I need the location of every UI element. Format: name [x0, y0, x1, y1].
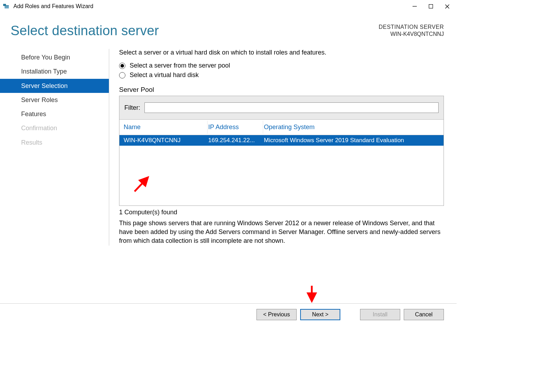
description-text: Select a server or a virtual hard disk o… — [119, 49, 444, 56]
radio-label: Select a server from the server pool — [130, 62, 230, 69]
minimize-button[interactable] — [407, 1, 423, 12]
cancel-button[interactable]: Cancel — [404, 309, 444, 320]
server-pool-label: Server Pool — [119, 86, 444, 94]
window-title: Add Roles and Features Wizard — [13, 3, 93, 10]
server-pool-panel: Filter: Name IP Address Operating System… — [119, 96, 444, 206]
server-row[interactable]: WIN-K4V8QNTCNNJ 169.254.241.22... Micros… — [119, 135, 444, 146]
column-ip[interactable]: IP Address — [208, 121, 263, 134]
page-header: Select destination server DESTINATION SE… — [0, 13, 457, 38]
step-server-selection[interactable]: Server Selection — [0, 79, 109, 93]
app-icon — [3, 3, 10, 10]
destination-block: DESTINATION SERVER WIN-K4V8QNTCNNJ — [379, 23, 444, 37]
content-pane: Select a server or a virtual hard disk o… — [119, 49, 444, 246]
previous-button[interactable]: < Previous — [256, 309, 297, 320]
step-server-roles[interactable]: Server Roles — [0, 93, 109, 107]
svg-rect-4 — [429, 5, 433, 8]
destination-label: DESTINATION SERVER — [379, 24, 444, 30]
server-table-header: Name IP Address Operating System — [119, 120, 444, 135]
cell-os: Microsoft Windows Server 2019 Standard E… — [263, 136, 444, 145]
step-before-you-begin[interactable]: Before You Begin — [0, 50, 109, 64]
column-os[interactable]: Operating System — [263, 121, 444, 134]
annotation-arrow-icon — [307, 284, 317, 305]
radio-virtual-hard-disk[interactable]: Select a virtual hard disk — [119, 71, 444, 79]
install-button: Install — [360, 309, 400, 320]
close-button[interactable] — [439, 1, 455, 12]
filter-bar: Filter: — [119, 96, 444, 120]
page-title: Select destination server — [11, 23, 159, 38]
explain-text: This page shows servers that are running… — [119, 219, 444, 246]
step-installation-type[interactable]: Installation Type — [0, 64, 109, 78]
filter-label: Filter: — [124, 104, 140, 112]
step-features[interactable]: Features — [0, 107, 109, 121]
filter-input[interactable] — [144, 102, 439, 113]
cell-ip: 169.254.241.22... — [208, 136, 263, 145]
wizard-footer: < Previous Next > Install Cancel — [0, 303, 457, 325]
title-bar: Add Roles and Features Wizard — [0, 0, 457, 13]
svg-rect-2 — [5, 5, 9, 6]
column-name[interactable]: Name — [123, 121, 208, 134]
step-confirmation: Confirmation — [0, 121, 109, 135]
radio-icon — [119, 63, 125, 69]
radio-label: Select a virtual hard disk — [130, 71, 199, 79]
maximize-button[interactable] — [423, 1, 439, 12]
radio-server-pool[interactable]: Select a server from the server pool — [119, 62, 444, 69]
step-results: Results — [0, 135, 109, 150]
next-button[interactable]: Next > — [300, 309, 340, 320]
computers-found-text: 1 Computer(s) found — [119, 209, 444, 216]
destination-name: WIN-K4V8QNTCNNJ — [379, 31, 444, 37]
wizard-steps-sidebar: Before You Begin Installation Type Serve… — [0, 49, 109, 246]
server-table-body: WIN-K4V8QNTCNNJ 169.254.241.22... Micros… — [119, 135, 444, 206]
cell-name: WIN-K4V8QNTCNNJ — [123, 136, 208, 145]
radio-icon — [119, 72, 125, 78]
